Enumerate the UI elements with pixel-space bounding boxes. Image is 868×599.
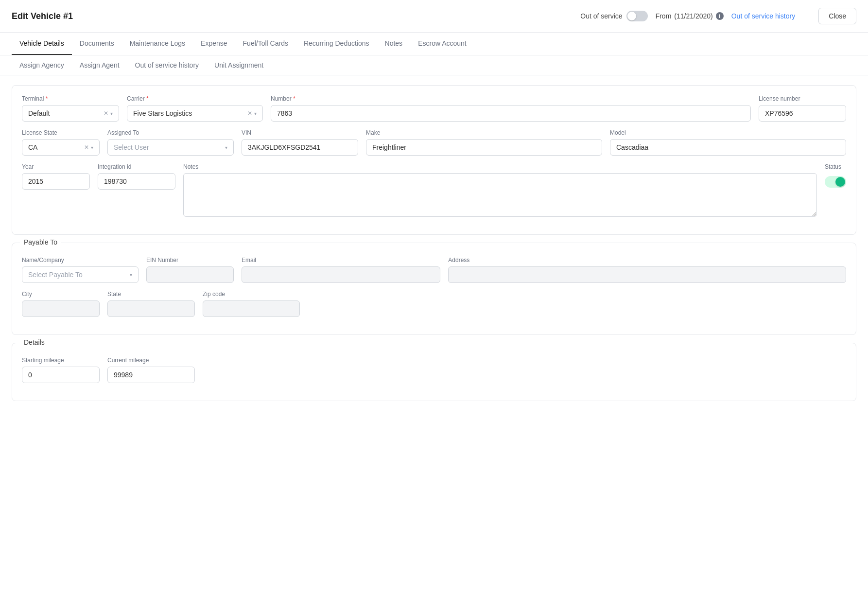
tab-escrow-account[interactable]: Escrow Account: [410, 33, 474, 55]
payable-to-placeholder: Select Payable To: [28, 271, 126, 279]
toggle-knob: [627, 12, 636, 20]
vin-group: VIN: [242, 129, 358, 156]
out-of-service-toggle-group: Out of service: [580, 11, 647, 21]
payable-row-1: Name/Company Select Payable To ▾ EIN Num…: [22, 257, 846, 283]
tabs-row-2: Assign Agency Assign Agent Out of servic…: [0, 55, 868, 75]
status-group: Status: [825, 163, 846, 188]
terminal-select-icons: ✕ ▾: [104, 110, 113, 117]
vin-label: VIN: [242, 129, 358, 136]
year-input[interactable]: [22, 173, 90, 190]
out-of-service-history-link[interactable]: Out of service history: [731, 12, 796, 20]
notes-label: Notes: [183, 163, 817, 170]
close-button[interactable]: Close: [818, 8, 856, 24]
ein-number-label: EIN Number: [146, 257, 234, 264]
tab-out-of-service-history[interactable]: Out of service history: [127, 55, 207, 75]
carrier-group: Carrier * Five Stars Logistics ✕ ▾: [127, 95, 263, 122]
current-mileage-input[interactable]: [107, 367, 195, 383]
details-row-1: Starting mileage Current mileage: [22, 357, 846, 383]
license-state-clear-icon[interactable]: ✕: [84, 144, 89, 151]
license-state-icons: ✕ ▾: [84, 144, 93, 151]
integration-id-group: Integration id: [98, 163, 175, 190]
make-label: Make: [366, 129, 602, 136]
city-input[interactable]: [22, 300, 100, 317]
zip-code-input[interactable]: [203, 300, 300, 317]
ein-number-input[interactable]: [146, 266, 234, 283]
starting-mileage-group: Starting mileage: [22, 357, 100, 383]
tabs-row-1: Vehicle Details Documents Maintenance Lo…: [0, 33, 868, 55]
carrier-chevron-icon: ▾: [254, 111, 257, 116]
license-state-select[interactable]: CA ✕ ▾: [22, 139, 100, 156]
notes-textarea[interactable]: [183, 173, 817, 217]
tab-assign-agent[interactable]: Assign Agent: [72, 55, 127, 75]
starting-mileage-label: Starting mileage: [22, 357, 100, 364]
state-input[interactable]: [107, 300, 195, 317]
payable-to-select[interactable]: Select Payable To ▾: [22, 266, 139, 283]
year-label: Year: [22, 163, 90, 170]
license-number-input[interactable]: [759, 105, 846, 122]
make-input[interactable]: [366, 139, 602, 156]
model-label: Model: [610, 129, 846, 136]
terminal-clear-icon[interactable]: ✕: [104, 110, 108, 117]
state-label: State: [107, 291, 195, 298]
address-input[interactable]: [448, 266, 846, 283]
license-state-chevron-icon: ▾: [91, 145, 93, 150]
tab-vehicle-details[interactable]: Vehicle Details: [12, 33, 72, 55]
terminal-label: Terminal *: [22, 95, 119, 102]
carrier-select-icons: ✕ ▾: [247, 110, 257, 117]
form-row-2: License State CA ✕ ▾ Assigned To Select …: [22, 129, 846, 156]
name-company-label: Name/Company: [22, 257, 139, 264]
form-row-1: Terminal * Default ✕ ▾ Carrier * Five St…: [22, 95, 846, 122]
assigned-to-chevron-icon: ▾: [225, 145, 227, 150]
tab-fuel-toll-cards[interactable]: Fuel/Toll Cards: [235, 33, 296, 55]
tab-unit-assignment[interactable]: Unit Assignment: [207, 55, 271, 75]
tab-notes[interactable]: Notes: [377, 33, 411, 55]
from-date: (11/21/2020): [674, 12, 712, 20]
number-group: Number *: [271, 95, 751, 122]
starting-mileage-input[interactable]: [22, 367, 100, 383]
status-label: Status: [825, 163, 846, 170]
assigned-to-placeholder: Select User: [114, 143, 221, 151]
payable-row-2: City State Zip code: [22, 291, 846, 317]
header-controls: Out of service From (11/21/2020) i Out o…: [580, 11, 795, 21]
terminal-select[interactable]: Default ✕ ▾: [22, 105, 119, 122]
tab-assign-agency[interactable]: Assign Agency: [12, 55, 72, 75]
tab-documents[interactable]: Documents: [72, 33, 122, 55]
license-state-label: License State: [22, 129, 100, 136]
form-row-3: Year Integration id Notes Status: [22, 163, 846, 217]
tab-recurring-deductions[interactable]: Recurring Deductions: [296, 33, 377, 55]
tab-maintenance-logs[interactable]: Maintenance Logs: [122, 33, 193, 55]
tab-expense[interactable]: Expense: [193, 33, 235, 55]
notes-group: Notes: [183, 163, 817, 217]
terminal-group: Terminal * Default ✕ ▾: [22, 95, 119, 122]
vehicle-details-card: Terminal * Default ✕ ▾ Carrier * Five St…: [12, 85, 856, 235]
carrier-clear-icon[interactable]: ✕: [247, 110, 252, 117]
content: Terminal * Default ✕ ▾ Carrier * Five St…: [0, 75, 868, 419]
year-group: Year: [22, 163, 90, 190]
license-state-group: License State CA ✕ ▾: [22, 129, 100, 156]
current-mileage-group: Current mileage: [107, 357, 195, 383]
out-of-service-label: Out of service: [580, 12, 622, 20]
from-label: From: [656, 12, 672, 20]
zip-code-label: Zip code: [203, 291, 300, 298]
payable-to-section: Payable To Name/Company Select Payable T…: [12, 243, 856, 335]
out-of-service-toggle[interactable]: [626, 11, 648, 21]
email-input[interactable]: [242, 266, 440, 283]
carrier-select[interactable]: Five Stars Logistics ✕ ▾: [127, 105, 263, 122]
vin-input[interactable]: [242, 139, 358, 156]
zip-code-group: Zip code: [203, 291, 300, 317]
number-input[interactable]: [271, 105, 751, 122]
model-group: Model: [610, 129, 846, 156]
info-icon[interactable]: i: [716, 12, 724, 20]
address-label: Address: [448, 257, 846, 264]
assigned-to-select[interactable]: Select User ▾: [107, 139, 234, 156]
status-toggle-knob: [835, 177, 845, 187]
integration-id-input[interactable]: [98, 173, 175, 190]
model-input[interactable]: [610, 139, 846, 156]
state-group: State: [107, 291, 195, 317]
page-title: Edit Vehicle #1: [12, 11, 73, 21]
make-group: Make: [366, 129, 602, 156]
license-number-group: License number: [759, 95, 846, 122]
from-section: From (11/21/2020) i: [656, 12, 724, 20]
status-toggle[interactable]: [825, 176, 846, 188]
number-label: Number *: [271, 95, 751, 102]
